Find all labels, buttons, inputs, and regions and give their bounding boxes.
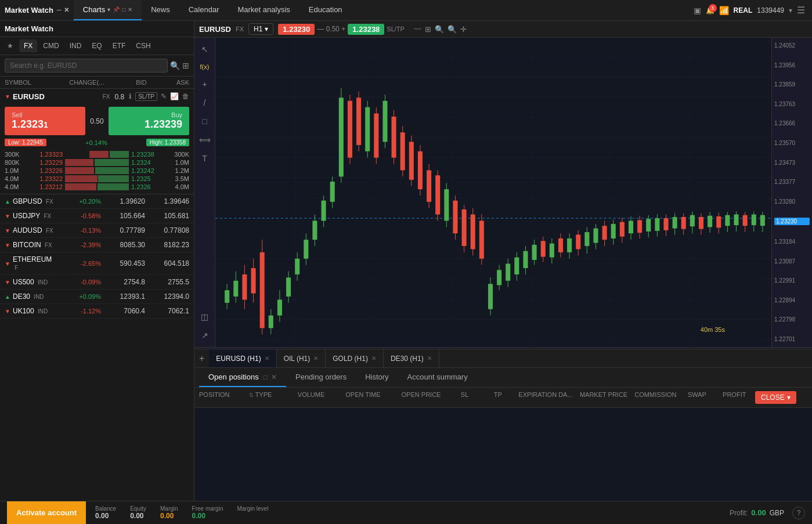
candlestick-chart: [215, 38, 771, 347]
chart-tab-de30[interactable]: DE30 (H1) ✕: [384, 349, 439, 367]
bottom-col-headers: POSITION ⇅ TYPE VOLUME OPEN TIME OPEN PR…: [194, 388, 812, 408]
chart-tab-eurusd[interactable]: EURUSD (H1) ✕: [209, 349, 276, 367]
bitcoin-bid: 8085.30: [101, 241, 145, 249]
svg-rect-61: [382, 101, 387, 142]
open-positions-close-icon[interactable]: ✕: [271, 373, 277, 381]
list-item-ethereum[interactable]: ▼ ETHEREUM F -2.65% 590.453 604.518: [0, 252, 194, 275]
line-tool[interactable]: /: [201, 96, 208, 110]
audusd-name: AUDUSD FX: [13, 226, 57, 234]
list-item-audusd[interactable]: ▼ AUDUSD FX -0.13% 0.77789 0.77808: [0, 223, 194, 238]
close-icon[interactable]: ✕: [64, 6, 69, 14]
asset-tab-etf[interactable]: ETF: [108, 39, 131, 52]
chart-time-scale: 2018.03.08 22:00 03.11 20:00 03.12 16:00…: [194, 347, 812, 349]
help-button[interactable]: ?: [792, 507, 805, 519]
depth-vol-left-1: 300K: [5, 151, 28, 158]
asset-tab-csh[interactable]: CSH: [131, 39, 155, 52]
gbpusd-name: GBPUSD FX: [13, 197, 57, 205]
search-input[interactable]: [5, 59, 168, 73]
activate-account-button[interactable]: Activate account: [7, 501, 86, 525]
chart-tab-gold[interactable]: GOLD (H1) ✕: [326, 349, 384, 367]
current-price-indicator: 1.23230: [774, 218, 810, 225]
layers-tool[interactable]: ◫: [199, 310, 211, 324]
close-all-button[interactable]: CLOSE ▾: [755, 391, 796, 404]
account-number: 1339449: [757, 6, 784, 15]
chart-draw-icon[interactable]: 〰: [414, 25, 421, 34]
asset-tab-star[interactable]: ★: [2, 39, 18, 52]
hamburger-icon[interactable]: ☰: [797, 5, 805, 16]
bitcoin-ask: 8182.23: [145, 241, 189, 249]
list-item-us500[interactable]: ▼ US500 IND -0.09% 2754.8 2755.5: [0, 275, 194, 290]
asset-tab-cmd[interactable]: CMD: [38, 39, 63, 52]
charts-close-icon[interactable]: ✕: [128, 6, 132, 13]
list-item-bitcoin[interactable]: ▼ BITCOIN FX -2.39% 8085.30 8182.23: [0, 238, 194, 252]
list-item-de30[interactable]: ▲ DE30 IND +0.09% 12393.1 12394.0: [0, 290, 194, 304]
grid-view-button[interactable]: ⊞: [182, 61, 189, 70]
eurusd-info-icon[interactable]: ℹ: [129, 92, 132, 101]
svg-rect-45: [312, 221, 317, 240]
chart-zoom-out-icon[interactable]: 🔍: [447, 25, 457, 34]
svg-rect-101: [558, 238, 563, 252]
sell-price-main: 1.2323: [12, 118, 44, 130]
charts-dropdown-icon: ▾: [107, 6, 110, 13]
tab-news[interactable]: News: [142, 0, 179, 20]
minimize-icon[interactable]: ─: [57, 6, 62, 14]
fx-tool[interactable]: f(x): [198, 61, 212, 73]
svg-rect-111: [602, 226, 607, 240]
search-button[interactable]: 🔍: [170, 61, 180, 70]
tab-calendar[interactable]: Calendar: [179, 0, 229, 20]
buy-button[interactable]: Buy 1.23239: [109, 107, 189, 135]
chart-crosshair-icon[interactable]: ✛: [460, 25, 467, 34]
chart-zoom-in-icon[interactable]: 🔍: [435, 25, 444, 34]
gbpusd-change: +0.20%: [57, 198, 101, 205]
svg-rect-59: [374, 114, 378, 158]
chart-timeframe-selector[interactable]: H1 ▾: [248, 23, 273, 35]
nav-tabs: Charts ▾ 📌 □ ✕ News Calendar Market anal…: [74, 0, 687, 20]
audusd-type: FX: [46, 227, 53, 234]
eurusd-sltp-badge[interactable]: SL/TP: [135, 92, 157, 101]
share-tool[interactable]: ↗: [199, 328, 211, 342]
chart-area: EURUSD FX H1 ▾ 1.23230 — 0.50 + 1.23238 …: [194, 21, 812, 349]
list-item-uk100[interactable]: ▼ UK100 IND -1.12% 7060.4 7062.1: [0, 304, 194, 319]
depth-table: 300K 1.23323 1.23238 300K 800K 1.23229: [0, 147, 194, 194]
eurusd-chart-icon[interactable]: 📈: [170, 92, 179, 101]
measure-tool[interactable]: ⟺: [197, 133, 213, 147]
chart-tab-gold-close[interactable]: ✕: [371, 355, 376, 362]
free-margin-label: Free margin: [192, 505, 223, 512]
list-item-usdjpy[interactable]: ▼ USDJPY FX -0.58% 105.664 105.681: [0, 209, 194, 223]
list-item-gbpusd[interactable]: ▲ GBPUSD FX +0.20% 1.39620 1.39646: [0, 194, 194, 209]
tab-charts[interactable]: Charts ▾ 📌 □ ✕: [74, 0, 142, 20]
tab-education[interactable]: Education: [299, 0, 352, 20]
text-tool[interactable]: T: [200, 151, 210, 165]
square-tool[interactable]: □: [200, 114, 209, 128]
chart-tab-oil[interactable]: OIL (H1) ✕: [277, 349, 326, 367]
tab-market-analysis[interactable]: Market analysis: [228, 0, 299, 20]
bottom-tab-pending-orders[interactable]: Pending orders: [286, 368, 356, 387]
depth-price-left-3: 1.23226: [28, 167, 63, 174]
notification-badge[interactable]: 🔔 3: [706, 6, 714, 15]
svg-rect-135: [708, 216, 712, 227]
bottom-tab-account-summary[interactable]: Account summary: [398, 368, 477, 387]
asset-tab-eq[interactable]: EQ: [87, 39, 106, 52]
bottom-tab-history[interactable]: History: [356, 368, 398, 387]
sell-label: Sell: [12, 111, 78, 118]
plus-tool[interactable]: +: [200, 77, 209, 91]
account-dropdown-icon[interactable]: ▾: [789, 6, 792, 15]
asset-tab-fx[interactable]: FX: [19, 39, 37, 52]
chart-tab-oil-close[interactable]: ✕: [313, 355, 318, 362]
chart-tab-eurusd-close[interactable]: ✕: [265, 355, 269, 362]
asset-tab-ind[interactable]: IND: [65, 39, 86, 52]
chart-tab-add-button[interactable]: +: [194, 353, 209, 364]
chart-indicators-icon[interactable]: ⊞: [425, 25, 431, 34]
eurusd-header[interactable]: ▼ EURUSD FX 0.8 ℹ SL/TP ✎ 📈 🗑: [0, 89, 194, 104]
uk100-type: IND: [38, 308, 48, 315]
sell-button[interactable]: Sell 1.23231: [5, 107, 85, 135]
bottom-tab-open-positions[interactable]: Open positions □ ✕: [199, 368, 286, 387]
chart-tab-de30-close[interactable]: ✕: [427, 355, 432, 362]
svg-rect-95: [532, 245, 537, 260]
de30-ask: 12394.0: [145, 292, 189, 301]
cursor-tool[interactable]: ↖: [199, 42, 211, 56]
depth-vol-right-2: 1.0M: [166, 159, 189, 166]
open-positions-detach-icon[interactable]: □: [264, 373, 268, 381]
eurusd-delete-icon[interactable]: 🗑: [182, 92, 189, 101]
eurusd-edit-icon[interactable]: ✎: [161, 92, 167, 101]
